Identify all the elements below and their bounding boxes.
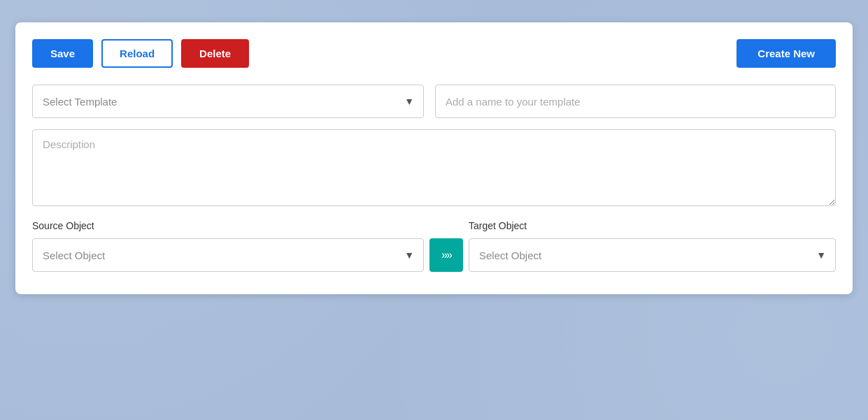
reload-button[interactable]: Reload bbox=[101, 39, 173, 68]
source-object-select-wrapper: Select Object ▼ bbox=[32, 238, 424, 272]
template-select[interactable]: Select Template bbox=[32, 85, 424, 118]
save-button[interactable]: Save bbox=[32, 39, 93, 68]
source-object-group: Source Object Select Object ▼ bbox=[32, 220, 424, 272]
main-card: Save Reload Delete Create New Select Tem… bbox=[15, 22, 853, 294]
create-new-button[interactable]: Create New bbox=[737, 39, 836, 68]
template-row: Select Template ▼ bbox=[32, 85, 836, 118]
arrow-icon: »» bbox=[441, 249, 451, 261]
target-object-select-wrapper: Select Object ▼ bbox=[469, 238, 836, 272]
delete-button[interactable]: Delete bbox=[181, 39, 249, 68]
objects-row: Source Object Select Object ▼ »» Target … bbox=[32, 220, 836, 272]
toolbar: Save Reload Delete Create New bbox=[32, 39, 836, 68]
template-select-wrapper: Select Template ▼ bbox=[32, 85, 424, 118]
description-textarea[interactable] bbox=[32, 129, 836, 206]
toolbar-left: Save Reload Delete bbox=[32, 39, 249, 68]
source-object-label: Source Object bbox=[32, 220, 424, 231]
target-object-group: Target Object Select Object ▼ bbox=[469, 220, 836, 272]
template-name-input[interactable] bbox=[435, 85, 836, 118]
target-object-select[interactable]: Select Object bbox=[469, 238, 836, 272]
map-arrow-button[interactable]: »» bbox=[429, 238, 463, 272]
source-object-select[interactable]: Select Object bbox=[32, 238, 424, 272]
target-object-label: Target Object bbox=[469, 220, 836, 231]
arrow-button-wrapper: »» bbox=[429, 238, 463, 272]
